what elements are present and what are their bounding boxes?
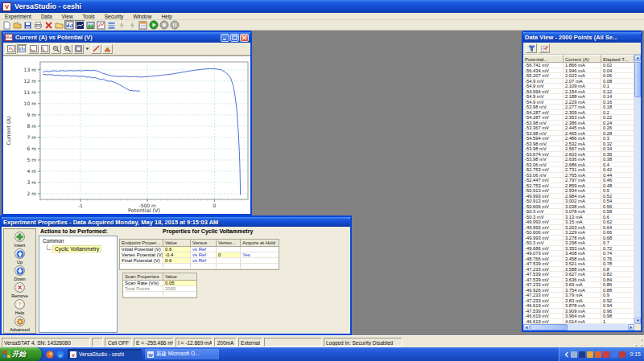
chart-window-icon — [5, 34, 13, 41]
firefox-icon[interactable] — [46, 351, 54, 359]
scroll-right-icon[interactable] — [628, 324, 634, 330]
advanced-button[interactable]: Advanced — [4, 316, 36, 332]
menu-window[interactable]: Window — [128, 14, 156, 19]
app-titlebar: V VersaStudio - ceshi — [0, 0, 644, 13]
experiment-properties-titlebar[interactable]: Experiment Properties - Data Acquired Mo… — [2, 217, 350, 227]
new-document-icon[interactable] — [2, 20, 12, 30]
task-word-document[interactable]: W 新建 Microsoft O... — [145, 349, 219, 359]
value-cell[interactable]: 0.05 — [163, 281, 196, 286]
scroll-left-icon[interactable] — [523, 324, 530, 330]
empty-cell — [217, 264, 241, 269]
restore-view-icon[interactable] — [73, 44, 84, 54]
vertical-scrollbar[interactable] — [634, 55, 641, 324]
select-data-icon[interactable] — [6, 44, 16, 54]
list-view-icon[interactable] — [106, 20, 117, 30]
tray-security-icon[interactable] — [619, 351, 625, 358]
col-vertex[interactable]: Vertex... — [217, 240, 241, 247]
menu-experiment[interactable]: Experiment — [0, 14, 36, 19]
chart-window-titlebar[interactable]: Current (A) vs Potential (V) — [3, 32, 250, 43]
scroll-up-icon[interactable] — [634, 55, 641, 61]
insert-button[interactable]: Insert — [4, 232, 36, 248]
col-acquire-at-hold[interactable]: Acquire at Hold — [241, 240, 279, 247]
zoom-out-icon[interactable] — [51, 44, 61, 54]
zoom-in-icon[interactable] — [62, 44, 72, 54]
col-potential[interactable]: Potential... — [523, 55, 564, 63]
tray-network-icon[interactable] — [579, 351, 585, 358]
hscroll-thumb[interactable] — [530, 324, 568, 330]
maximize-icon[interactable] — [230, 34, 239, 42]
filter-icon[interactable] — [526, 43, 537, 53]
start-run-icon[interactable] — [148, 20, 159, 30]
empty-cell — [123, 292, 163, 297]
tray-volume-icon[interactable] — [571, 351, 577, 358]
cv-chart-area[interactable]: 2 m3 m4 m5 m6 m7 m8 m9 m10 m11 m12 m13 m… — [3, 55, 250, 214]
tree-item-cyclic-voltammetry[interactable]: Cyclic Voltammetry — [52, 245, 101, 252]
col-value[interactable]: Value — [163, 240, 191, 247]
minimize-icon[interactable] — [221, 34, 229, 42]
help-button[interactable]: ? Help — [4, 299, 36, 315]
tray-messenger-icon[interactable] — [611, 351, 617, 358]
print-icon[interactable] — [33, 20, 43, 30]
task-label: 新建 Microsoft O... — [156, 351, 199, 358]
zoom-y2-icon[interactable] — [39, 44, 50, 54]
status-cell: Cell OFF — [105, 338, 132, 347]
vertex-cell[interactable]: 0 — [217, 252, 241, 258]
up-button[interactable]: Up — [4, 248, 36, 265]
col-scan-properties[interactable]: Scan Properties — [123, 273, 163, 281]
open-file-icon[interactable] — [12, 20, 23, 30]
versus-link[interactable]: vs Ref — [191, 247, 217, 252]
add-peak-tool-icon[interactable] — [102, 44, 113, 54]
tray-collapse-icon[interactable] — [564, 351, 569, 358]
horizontal-scrollbar[interactable] — [523, 324, 634, 330]
col-scan-value[interactable]: Value — [163, 273, 196, 281]
down-button[interactable]: Down — [4, 265, 36, 281]
scan-table-header: Scan Properties Value — [123, 273, 196, 281]
add-line-tool-icon[interactable] — [91, 44, 101, 54]
menu-help[interactable]: Help — [156, 14, 176, 19]
versus-link[interactable]: vs Ref — [191, 258, 217, 264]
start-button[interactable]: 开始 — [0, 347, 42, 361]
empty-cell — [191, 264, 217, 269]
graph-view-icon[interactable] — [64, 20, 75, 30]
versus-link[interactable]: vs Ref — [191, 252, 217, 258]
open-folder-icon[interactable] — [54, 20, 64, 30]
tray-antivirus-icon[interactable] — [595, 351, 601, 358]
data-view-titlebar[interactable]: Data View - 2000 Points (All Se... — [523, 32, 641, 43]
hold-link[interactable]: Yes — [241, 252, 279, 258]
table-view-icon[interactable] — [138, 20, 148, 30]
windows-flag-icon — [3, 351, 10, 358]
col-current[interactable]: Current (A) — [564, 55, 601, 63]
zoom-x2-icon[interactable] — [28, 44, 39, 54]
task-versastudio[interactable]: V VersaStudio - ceshi — [68, 349, 142, 359]
menu-security[interactable]: Security — [100, 14, 128, 19]
value-cell[interactable]: 0.6 — [163, 247, 191, 252]
col-elapsed[interactable]: Elapsed T... — [601, 55, 634, 63]
graph-view-2-icon[interactable] — [75, 20, 85, 30]
start-label: 开始 — [12, 350, 26, 359]
remove-button[interactable]: Remove — [4, 282, 36, 298]
data-view-toolbar — [523, 43, 641, 55]
edit-columns-icon[interactable] — [539, 43, 550, 53]
col-versus[interactable]: Versus — [191, 240, 217, 247]
tree-item-common[interactable]: Common — [43, 238, 117, 244]
image-view-icon[interactable] — [85, 20, 96, 30]
resize-grip[interactable] — [635, 339, 642, 347]
menu-view[interactable]: View — [57, 14, 78, 19]
zoom-last-icon[interactable] — [17, 44, 27, 54]
save-icon[interactable] — [23, 20, 33, 30]
col-endpoint-properties[interactable]: Endpoint Proper... — [120, 240, 163, 247]
close-icon[interactable] — [240, 34, 249, 42]
scroll-down-icon[interactable] — [634, 318, 641, 324]
view-options-caret-icon[interactable] — [85, 44, 90, 54]
tray-updates-icon[interactable] — [587, 351, 593, 358]
menu-data[interactable]: Data — [36, 14, 57, 19]
vscroll-thumb[interactable] — [634, 62, 641, 97]
value-cell[interactable]: 0.6 — [163, 258, 191, 264]
internet-explorer-icon[interactable]: e — [56, 351, 64, 359]
tray-alert-icon[interactable] — [603, 351, 609, 358]
delete-icon[interactable] — [43, 20, 54, 30]
menu-tools[interactable]: Tools — [78, 14, 100, 19]
value-cell[interactable]: -0.4 — [163, 252, 191, 258]
cv-plot[interactable]: 2 m3 m4 m5 m6 m7 m8 m9 m10 m11 m12 m13 m… — [4, 58, 251, 215]
overlay-view-icon[interactable] — [96, 20, 106, 30]
